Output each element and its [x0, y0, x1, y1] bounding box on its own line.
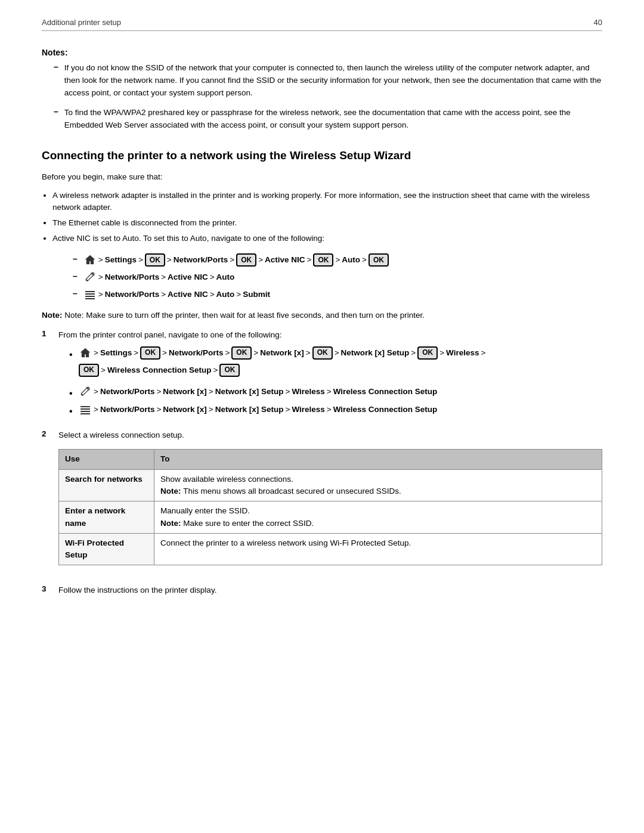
- ok-btn-3: OK: [313, 253, 333, 267]
- table-row-1: Search for networks Show available wirel…: [59, 469, 602, 501]
- gt10: >: [161, 271, 166, 284]
- prereq-1: A wireless network adapter is installed …: [52, 190, 602, 215]
- s2-nx: Network [x]: [163, 385, 207, 398]
- submit-label: Submit: [243, 288, 270, 301]
- gt6: >: [307, 253, 312, 267]
- sub-dash-3: –: [73, 289, 78, 298]
- step1-nav-list: > Settings > OK > Network/Ports > OK > N…: [69, 346, 613, 416]
- sub-dash-1: –: [73, 254, 78, 264]
- nav-row-2: – > Network/Ports > Active NIC > Auto: [73, 271, 602, 284]
- table-col-use: Use: [59, 450, 154, 470]
- s2-wireless: Wireless: [292, 385, 324, 398]
- step2-text: Select a wireless connection setup.: [58, 431, 184, 439]
- svg-rect-4: [85, 291, 95, 292]
- step-3: 3 Follow the instructions on the printer…: [42, 584, 602, 597]
- menu-icon-2: [79, 403, 92, 416]
- ok-btn-2: OK: [236, 253, 256, 267]
- dash-1: –: [54, 62, 58, 72]
- prereq-list: A wireless network adapter is installed …: [52, 190, 602, 246]
- wrench-icon: [83, 271, 97, 284]
- gt8: >: [362, 253, 367, 267]
- wrench-icon-2: [79, 385, 92, 398]
- svg-rect-9: [79, 385, 92, 398]
- dash-2: –: [54, 107, 58, 116]
- gt5: >: [258, 253, 263, 267]
- s1-gt11: >: [101, 364, 106, 377]
- to-line-1b: This menu shows all broadcast secured or…: [183, 487, 401, 496]
- nav-row-1: – > Settings > OK > Network/Ports > OK >…: [73, 253, 602, 267]
- gt1: >: [98, 253, 103, 267]
- s1-gt6: >: [306, 346, 311, 360]
- step1-nav-3: > Network/Ports > Network [x] > Network …: [69, 403, 613, 416]
- s1-nxs: Network [x] Setup: [341, 346, 410, 360]
- home-icon: [83, 253, 97, 267]
- prereq-2: The Ethernet cable is disconnected from …: [52, 217, 602, 230]
- table-cell-use-2: Enter a network name: [59, 501, 154, 534]
- gt13: >: [161, 288, 166, 301]
- s2-gt3: >: [209, 385, 213, 398]
- ok-btn-1: OK: [145, 253, 165, 267]
- table-cell-use-1: Search for networks: [59, 469, 154, 501]
- header-bar: Additional printer setup 40: [42, 18, 602, 31]
- s2-wcs: Wireless Connection Setup: [333, 385, 438, 398]
- settings-label: Settings: [105, 253, 137, 267]
- s1-ok1: OK: [140, 346, 160, 360]
- s1-gt2: >: [134, 346, 138, 360]
- s3-gt2: >: [156, 403, 161, 416]
- note-text-2: To find the WPA/WPA2 preshared key or pa…: [64, 107, 602, 132]
- sub-dash-2: –: [73, 271, 78, 281]
- s3-gt4: >: [285, 403, 290, 416]
- netports-label: Network/Ports: [174, 253, 228, 267]
- step-num-2: 2: [42, 429, 52, 438]
- s3-gt3: >: [209, 403, 213, 416]
- s3-wcs: Wireless Connection Setup: [333, 403, 438, 416]
- note-text-1: If you do not know the SSID of the netwo…: [64, 62, 602, 100]
- svg-rect-6: [85, 296, 95, 297]
- to-line-2a: Manually enter the SSID.: [160, 506, 250, 515]
- page-number: 40: [594, 18, 602, 27]
- svg-rect-5: [85, 293, 95, 295]
- header-left: Additional printer setup: [42, 18, 121, 27]
- s1-gt10: >: [481, 346, 486, 360]
- s1-ok6: OK: [219, 364, 240, 377]
- s1-settings: Settings: [100, 346, 132, 360]
- prereq-3: Active NIC is set to Auto. To set this t…: [52, 233, 602, 245]
- s2-gt5: >: [327, 385, 332, 398]
- svg-point-2: [86, 280, 88, 281]
- s1-ok3: OK: [312, 346, 333, 360]
- table-row-3: Wi-Fi Protected Setup Connect the printe…: [59, 533, 602, 565]
- active-nic-nav: – > Settings > OK > Network/Ports > OK >…: [73, 253, 602, 301]
- s2-gt4: >: [285, 385, 290, 398]
- s3-nx: Network [x]: [163, 403, 207, 416]
- s1-np: Network/Ports: [169, 346, 224, 360]
- svg-rect-13: [80, 408, 90, 410]
- s1-wcs: Wireless Connection Setup: [107, 364, 212, 377]
- nav-row-3: – > Network/Ports > Active NIC > Auto > …: [73, 288, 602, 301]
- s3-np: Network/Ports: [100, 403, 155, 416]
- step3-text: Follow the instructions on the printer d…: [58, 586, 216, 594]
- s2-nxs: Network [x] Setup: [215, 385, 284, 398]
- s3-nxs: Network [x] Setup: [215, 403, 284, 416]
- s1-gt9: >: [439, 346, 444, 360]
- step-num-3: 3: [42, 584, 52, 593]
- to-line-2b: Make sure to enter the correct SSID.: [183, 519, 314, 528]
- step1-nav-1-indent: OK > Wireless Connection Setup > OK: [79, 364, 613, 377]
- svg-rect-14: [80, 411, 90, 412]
- table-cell-to-2: Manually enter the SSID. Note: Make sure…: [154, 501, 602, 534]
- s3-gt1: >: [94, 403, 98, 416]
- note-label-2: Note:: [160, 519, 183, 528]
- active-nic-label: Active NIC: [265, 253, 305, 267]
- gt11: >: [210, 271, 215, 284]
- step1-nav-2: > Network/Ports > Network [x] > Network …: [69, 385, 613, 398]
- s2-gt2: >: [156, 385, 161, 398]
- s1-gt1: >: [94, 346, 98, 360]
- table-cell-to-3: Connect the printer to a wireless networ…: [154, 533, 602, 565]
- table-cell-use-3: Wi-Fi Protected Setup: [59, 533, 154, 565]
- s1-ok5: OK: [79, 364, 99, 377]
- nav-row-1-content: > Settings > OK > Network/Ports > OK > A…: [83, 253, 389, 267]
- note-item-2: – To find the WPA/WPA2 preshared key or …: [48, 107, 602, 132]
- note-item-1: – If you do not know the SSID of the net…: [48, 62, 602, 100]
- note-label-1: Note:: [160, 487, 183, 496]
- to-line-1a: Show available wireless connections.: [160, 475, 293, 484]
- step1-nav-1: > Settings > OK > Network/Ports > OK > N…: [69, 346, 613, 380]
